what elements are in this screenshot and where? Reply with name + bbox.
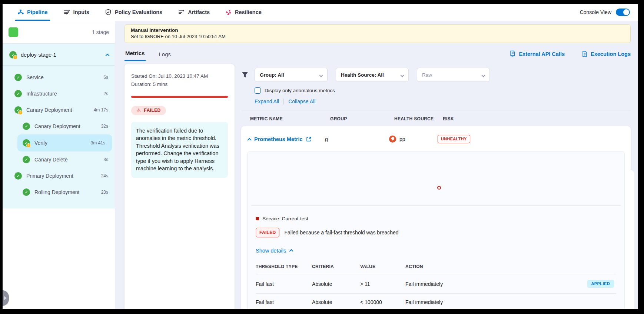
col-health-source: HEALTH SOURCE	[394, 116, 443, 121]
anomalous-metrics-checkbox[interactable]	[255, 87, 261, 94]
success-icon: ✓	[14, 172, 22, 180]
tab-artifacts[interactable]: Artifacts	[178, 4, 210, 21]
verification-summary-card: Started On: Jul 10, 2023 10:47 AM Durati…	[125, 64, 235, 309]
chevron-up-icon	[289, 249, 293, 253]
metric-chart[interactable]	[248, 151, 624, 206]
duration: Duration: 5 mins	[131, 80, 228, 88]
step-duration: 3m 41s	[91, 140, 105, 146]
metric-name-link[interactable]: Prometheus Metric	[254, 136, 303, 142]
raw-filter-select[interactable]: Raw	[417, 68, 490, 82]
inputs-icon	[63, 9, 70, 16]
metrics-panel: Group: All Health Source: All Raw	[241, 64, 631, 309]
step-canary-deployment-group[interactable]: ✓ Canary Deployment 4m 17s	[3, 102, 115, 118]
top-nav: Pipeline Inputs Policy Evaluations Artif…	[3, 4, 638, 21]
main-content: Manual Intervention Set to IGNORE on 10-…	[115, 21, 638, 309]
banner-title: Manual Intervention	[131, 27, 624, 33]
success-icon: ✓	[14, 90, 22, 97]
shield-check-icon	[105, 9, 112, 16]
stage-section: ✓ deploy-stage-1 ✓ Service 5s ✓ Infrastr…	[3, 44, 115, 208]
success-warning-icon: ✓	[23, 139, 30, 147]
show-details-toggle[interactable]: Show details	[256, 248, 616, 254]
chevron-down-icon	[320, 72, 322, 78]
applied-badge: APPLIED	[587, 280, 614, 288]
stage-count: 1 stage	[92, 29, 109, 35]
col-metric-name: METRIC NAME	[250, 116, 330, 121]
api-document-icon: API	[509, 50, 516, 57]
step-duration: 32s	[101, 124, 108, 129]
chart-x-axis	[251, 206, 621, 206]
app-window: Pipeline Inputs Policy Evaluations Artif…	[3, 4, 638, 309]
failed-status-badge: ⚠ FAILED	[131, 106, 166, 115]
group-filter-select[interactable]: Group: All	[255, 68, 328, 82]
expand-panel-handle[interactable]	[3, 290, 9, 306]
threshold-criteria: Absolute	[312, 299, 360, 305]
step-label: Infrastructure	[26, 91, 57, 97]
success-icon: ✓	[23, 123, 30, 130]
col-threshold-type: THRESHOLD TYPE	[256, 264, 312, 269]
step-rolling-deployment[interactable]: ✓ Rolling Deployment 23s	[3, 184, 115, 200]
tab-pipeline[interactable]: Pipeline	[17, 4, 48, 21]
metric-row: Prometheus Metric g pp UNHEALTHY	[247, 132, 625, 146]
tab-logs[interactable]: Logs	[158, 49, 172, 61]
show-details-label: Show details	[256, 248, 286, 254]
external-api-calls-link[interactable]: API External API Calls	[509, 50, 565, 57]
col-group: GROUP	[330, 116, 394, 121]
metric-card: Prometheus Metric g pp UNHEALTHY	[241, 126, 631, 309]
manual-intervention-banner: Manual Intervention Set to IGNORE on 10-…	[125, 24, 631, 43]
threshold-value: > 11	[360, 281, 405, 287]
execution-sidebar: 1 stage ✓ deploy-stage-1 ✓ Service 5s	[3, 21, 115, 309]
health-source-filter-value: Health Source: All	[341, 72, 384, 78]
threshold-row: Fail fast Absolute < 100000 Fail immedia…	[256, 293, 616, 309]
metric-group-value: g	[325, 136, 389, 142]
tab-policy-evaluations[interactable]: Policy Evaluations	[105, 4, 162, 21]
step-duration: 24s	[101, 173, 108, 178]
verification-message: The verification failed due to anomalies…	[131, 122, 228, 178]
chevron-down-icon	[401, 72, 404, 78]
step-infrastructure[interactable]: ✓ Infrastructure 2s	[3, 86, 115, 102]
collapse-metric-chevron[interactable]	[248, 136, 251, 143]
tab-resilience-label: Resilience	[235, 9, 262, 15]
external-link-icon[interactable]	[306, 137, 311, 142]
step-canary-delete[interactable]: ✓ Canary Delete 3s	[3, 151, 115, 168]
success-warning-icon: ✓	[14, 106, 22, 114]
tab-inputs-label: Inputs	[73, 9, 90, 15]
step-duration: 3s	[103, 157, 108, 162]
success-icon: ✓	[14, 74, 22, 81]
resilience-chaos-icon	[225, 9, 232, 16]
tab-inputs[interactable]: Inputs	[63, 4, 90, 21]
stage-status-square	[9, 27, 18, 37]
tab-metrics[interactable]: Metrics	[125, 48, 146, 61]
step-label: Rolling Deployment	[34, 189, 79, 195]
health-source-filter-select[interactable]: Health Source: All	[336, 68, 409, 82]
step-canary-deployment[interactable]: ✓ Canary Deployment 32s	[3, 118, 115, 134]
threshold-type: Fail fast	[256, 281, 312, 287]
stage-row[interactable]: ✓ deploy-stage-1	[3, 44, 115, 65]
anomalous-point-marker[interactable]	[437, 186, 441, 190]
tab-artifacts-label: Artifacts	[188, 9, 210, 15]
collapse-all-link[interactable]: Collapse All	[288, 98, 315, 104]
tab-resilience[interactable]: Resilience	[225, 4, 262, 21]
failed-reason-text: Failed because a fail-fast threshold was…	[284, 230, 398, 236]
console-view-label: Console View	[580, 9, 611, 15]
step-duration: 2s	[103, 91, 108, 96]
threshold-row: Fail fast Absolute > 11 Fail immediately…	[256, 274, 616, 293]
expand-all-link[interactable]: Expand All	[255, 98, 279, 104]
step-label: Primary Deployment	[26, 173, 73, 179]
scrollbar-track[interactable]	[625, 170, 634, 309]
col-value: VALUE	[360, 264, 405, 269]
step-duration: 23s	[101, 190, 108, 195]
execution-logs-link[interactable]: Execution Logs	[582, 50, 631, 57]
step-duration: 4m 17s	[94, 107, 108, 113]
chevron-down-icon	[482, 72, 485, 78]
step-verify[interactable]: ✓ Verify 3m 41s	[17, 134, 112, 151]
step-service[interactable]: ✓ Service 5s	[3, 69, 115, 86]
step-label: Verify	[34, 140, 47, 146]
artifacts-icon	[178, 9, 185, 16]
tab-policy-evaluations-label: Policy Evaluations	[115, 9, 162, 15]
legend-swatch	[256, 217, 259, 220]
step-primary-deployment[interactable]: ✓ Primary Deployment 24s	[3, 168, 115, 184]
external-api-calls-label: External API Calls	[519, 51, 565, 57]
console-view-toggle[interactable]	[616, 9, 630, 16]
filter-funnel-icon[interactable]	[241, 71, 249, 78]
collapse-stage-chevron[interactable]	[106, 51, 109, 58]
